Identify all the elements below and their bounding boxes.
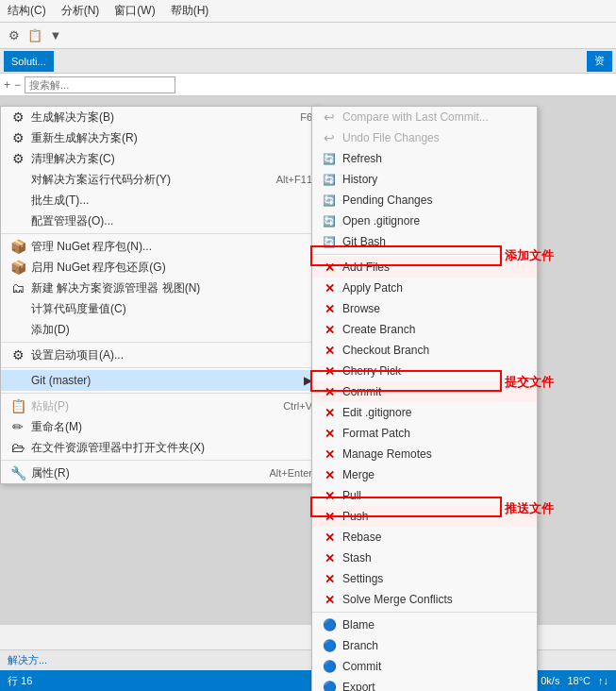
ctx-rename[interactable]: ✏ 重命名(M)	[1, 416, 320, 437]
ctx-git[interactable]: Git (master) ▶	[1, 370, 320, 391]
main-wrapper: 结构(C) 分析(N) 窗口(W) 帮助(H) ⚙ 📋 ▼ Soluti... …	[0, 0, 616, 691]
bottom-link[interactable]: 解决方...	[8, 653, 47, 667]
ctx-cherry-pick[interactable]: ✕ Cherry Pick	[312, 361, 537, 381]
push-icon: ✕	[320, 507, 339, 526]
ctx-properties[interactable]: 🔧 属性(R) Alt+Enter	[1, 463, 320, 483]
ctx-git-label: Git (master)	[31, 374, 304, 387]
ctx-merge-label: Merge	[342, 468, 529, 481]
search-input[interactable]	[25, 76, 175, 93]
solution-tab-right[interactable]: 资	[587, 51, 612, 72]
ctx-export-label: Export	[342, 681, 529, 691]
ctx-edit-gitignore-label: Edit .gitignore	[342, 406, 529, 419]
ctx-apply-patch-label: Apply Patch	[342, 281, 529, 295]
new-view-icon: 🗂	[8, 278, 27, 297]
ctx-batch[interactable]: 批生成(T)...	[1, 190, 320, 211]
apply-patch-icon: ✕	[320, 278, 339, 297]
ctx-undo-file-label: Undo File Changes	[342, 131, 529, 144]
ctx-analyze[interactable]: 对解决方案运行代码分析(Y) Alt+F11	[1, 169, 320, 190]
ctx-create-branch[interactable]: ✕ Create Branch	[312, 319, 537, 340]
build-icon: ⚙	[8, 108, 27, 126]
pending-icon: 🔄	[320, 191, 339, 210]
ctx-push[interactable]: ✕ Push	[312, 506, 537, 527]
rebase-icon: ✕	[320, 528, 339, 547]
menu-bar: 结构(C) 分析(N) 窗口(W) 帮助(H)	[0, 0, 616, 23]
ctx-stash[interactable]: ✕ Stash	[312, 548, 537, 568]
menu-analyze[interactable]: 分析(N)	[58, 1, 104, 21]
ctx-add[interactable]: 添加(D)	[1, 319, 320, 340]
ctx-nuget-restore[interactable]: 📦 启用 NuGet 程序包还原(G)	[1, 257, 320, 278]
paste-icon: 📋	[8, 396, 27, 415]
ctx-new-view-label: 新建 解决方案资源管理器 视图(N)	[31, 280, 312, 296]
ctx-commit2[interactable]: 🔵 Commit	[312, 656, 537, 677]
ctx-history[interactable]: 🔄 History	[312, 169, 537, 190]
startup-icon: ⚙	[8, 346, 27, 364]
cherry-pick-icon: ✕	[320, 362, 339, 380]
add-files-icon: ✕	[320, 258, 339, 277]
git-icon	[8, 371, 27, 390]
ctx-nuget[interactable]: 📦 管理 NuGet 程序包(N)...	[1, 236, 320, 257]
ctx-add-label: 添加(D)	[31, 322, 312, 338]
ctx-loc[interactable]: 计算代码度量值(C)	[1, 298, 320, 319]
edit-gitignore-icon: ✕	[320, 403, 339, 422]
ctx-paste[interactable]: 📋 粘贴(P) Ctrl+V	[1, 396, 320, 416]
ctx-blame-label: Blame	[342, 618, 529, 632]
ctx-add-files[interactable]: ✕ Add Files	[312, 257, 537, 278]
ctx-edit-gitignore[interactable]: ✕ Edit .gitignore	[312, 402, 537, 423]
menu-window[interactable]: 窗口(W)	[110, 1, 158, 21]
ctx-gitignore-open[interactable]: 🔄 Open .gitignore	[312, 211, 537, 231]
ctx-solve-merge[interactable]: ✕ Solve Merge Conflicts	[312, 589, 537, 610]
ctx-format-patch[interactable]: ✕ Format Patch	[312, 423, 537, 444]
toolbar-icon-3[interactable]: ▼	[47, 27, 64, 44]
manage-remotes-icon: ✕	[320, 445, 339, 463]
ctx-open-folder[interactable]: 🗁 在文件资源管理器中打开文件夹(X)	[1, 437, 320, 458]
ctx-manage-remotes-label: Manage Remotes	[342, 447, 529, 461]
toolbar-icon-1[interactable]: ⚙	[6, 27, 23, 44]
ctx-refresh[interactable]: 🔄 Refresh	[312, 148, 537, 169]
ctx-loc-label: 计算代码度量值(C)	[31, 301, 312, 317]
menu-structure[interactable]: 结构(C)	[4, 1, 50, 21]
ctx-apply-patch[interactable]: ✕ Apply Patch	[312, 278, 537, 298]
ctx-startup[interactable]: ⚙ 设置启动项目(A)...	[1, 345, 320, 365]
ctx-commit[interactable]: ✕ Commit	[312, 381, 537, 402]
branch2-icon: 🔵	[320, 636, 339, 655]
ctx-commit2-label: Commit	[342, 660, 529, 673]
ctx-checkout[interactable]: ✕ Checkout Branch	[312, 340, 537, 361]
ctx-settings[interactable]: ✕ Settings	[312, 568, 537, 589]
ctx-config-label: 配置管理器(O)...	[31, 213, 312, 229]
ctx-build[interactable]: ⚙ 生成解决方案(B) F6	[1, 107, 320, 127]
ctx-new-view[interactable]: 🗂 新建 解决方案资源管理器 视图(N)	[1, 278, 320, 298]
status-speed: 0k/s	[541, 675, 559, 686]
ctx-branch2[interactable]: 🔵 Branch	[312, 635, 537, 656]
ctx-pending[interactable]: 🔄 Pending Changes	[312, 190, 537, 211]
ctx-blame[interactable]: 🔵 Blame	[312, 615, 537, 635]
ctx-pending-label: Pending Changes	[342, 194, 529, 207]
ctx-branch2-label: Branch	[342, 639, 529, 652]
ctx-sep2	[1, 342, 320, 343]
ctx-git-bash-label: Git Bash	[342, 235, 529, 248]
ctx-clean[interactable]: ⚙ 清理解决方案(C)	[1, 148, 320, 169]
properties-icon: 🔧	[8, 463, 27, 482]
ctx-export[interactable]: 🔵 Export	[312, 677, 537, 691]
menu-help[interactable]: 帮助(H)	[167, 1, 213, 21]
ctx-undo-file[interactable]: ↩ Undo File Changes	[312, 127, 537, 148]
ctx-config[interactable]: 配置管理器(O)...	[1, 211, 320, 231]
ctx-compare-label: Compare with Last Commit...	[342, 110, 529, 124]
ctx-browse-label: Browse	[342, 302, 529, 315]
toolbar-icon-2[interactable]: 📋	[26, 27, 43, 44]
ctx-pull[interactable]: ✕ Pull	[312, 485, 537, 506]
blame-icon: 🔵	[320, 615, 339, 634]
ctx-compare[interactable]: ↩ Compare with Last Commit...	[312, 107, 537, 127]
ctx-browse[interactable]: ✕ Browse	[312, 298, 537, 319]
browse-icon: ✕	[320, 299, 339, 318]
search-plus-icon[interactable]: +	[4, 78, 10, 92]
ctx-rebase-label: Rebase	[342, 531, 529, 544]
ctx-rebuild[interactable]: ⚙ 重新生成解决方案(R)	[1, 127, 320, 148]
ctx-sep5	[1, 460, 320, 461]
search-minus-icon[interactable]: −	[14, 78, 21, 92]
ctx-rebase[interactable]: ✕ Rebase	[312, 527, 537, 548]
ctx-clean-label: 清理解决方案(C)	[31, 151, 312, 167]
ctx-merge[interactable]: ✕ Merge	[312, 464, 537, 485]
ctx-manage-remotes[interactable]: ✕ Manage Remotes	[312, 444, 537, 464]
solution-tab[interactable]: Soluti...	[4, 51, 54, 72]
ctx-git-bash[interactable]: 🔄 Git Bash	[312, 231, 537, 252]
